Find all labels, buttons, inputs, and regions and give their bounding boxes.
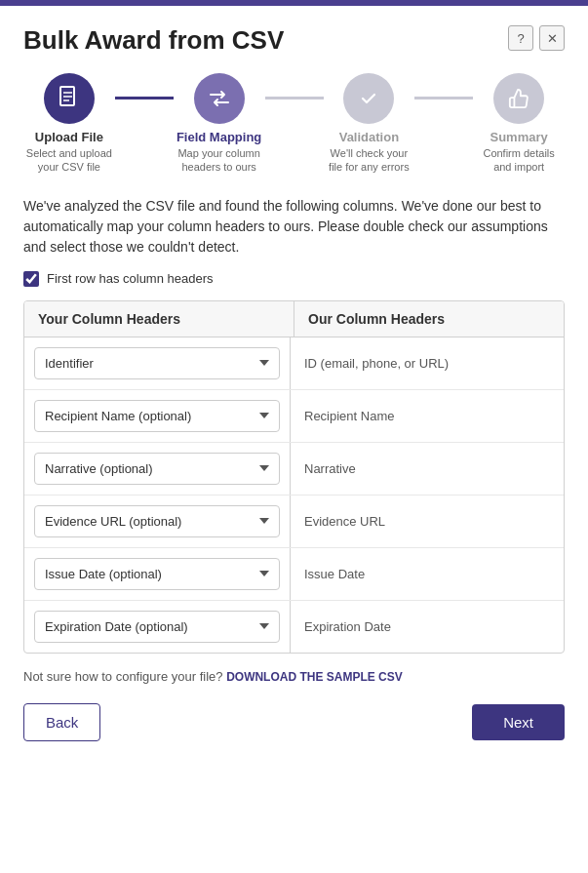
table-row: IdentifierID (email, phone, or URL) [24,337,564,390]
step-upload: Upload FileSelect and upload your CSV fi… [23,73,115,175]
table-row: Issue Date (optional)Issue Date [24,548,564,601]
footer: Back Next [23,703,565,741]
table-cell-left-2: Narrative (optional) [24,443,291,495]
description-text: We've analyzed the CSV file and found th… [23,196,565,258]
mapping-select-0[interactable]: Identifier [34,347,280,379]
table-header-0: Your Column Headers [24,301,294,337]
stepper: Upload FileSelect and upload your CSV fi… [23,73,565,175]
step-connector-0 [115,97,174,99]
mapping-select-2[interactable]: Narrative (optional) [34,453,280,485]
close-button[interactable]: ✕ [539,25,565,51]
header-icons: ? ✕ [508,25,565,51]
step-circle-upload [44,73,95,124]
step-label-summary: Summary [490,130,548,144]
table-header-1: Our Column Headers [294,301,564,337]
step-field-mapping: Field MappingMap your column headers to … [174,73,265,175]
step-desc-upload: Select and upload your CSV file [23,146,115,175]
step-summary: SummaryConfirm details and import [473,73,565,175]
table-cell-right-0: ID (email, phone, or URL) [291,346,564,380]
first-row-label: First row has column headers [47,271,214,286]
sample-csv-text: Not sure how to configure your file? [23,669,223,684]
table-cell-right-1: Recipient Name [291,399,564,433]
step-desc-validation: We'll check your file for any errors [324,146,415,175]
mapping-select-5[interactable]: Expiration Date (optional) [34,611,280,643]
table-row: Narrative (optional)Narrative [24,443,564,496]
step-circle-summary [493,73,544,124]
step-label-upload: Upload File [35,130,103,144]
modal-container: Bulk Award from CSV ? ✕ Upload FileSelec… [0,6,588,873]
table-cell-right-2: Narrative [291,452,564,486]
table-cell-left-3: Evidence URL (optional) [24,496,291,547]
first-row-checkbox[interactable] [23,271,39,287]
next-button[interactable]: Next [472,704,565,740]
mapping-table: Your Column HeadersOur Column HeadersIde… [23,300,565,654]
download-sample-csv-link[interactable]: DOWNLOAD THE SAMPLE CSV [226,670,403,684]
table-cell-left-4: Issue Date (optional) [24,548,291,600]
table-cell-right-3: Evidence URL [291,504,564,538]
step-circle-validation [343,73,394,124]
table-cell-left-5: Expiration Date (optional) [24,601,291,653]
step-validation: ValidationWe'll check your file for any … [324,73,415,175]
help-button[interactable]: ? [508,25,533,51]
table-cell-left-1: Recipient Name (optional) [24,390,291,442]
mapping-select-1[interactable]: Recipient Name (optional) [34,400,280,432]
modal-header: Bulk Award from CSV ? ✕ [23,25,565,56]
table-cell-left-0: Identifier [24,337,291,389]
back-button[interactable]: Back [23,703,100,741]
step-label-validation: Validation [339,130,399,144]
step-label-field-mapping: Field Mapping [176,130,261,144]
sample-csv-row: Not sure how to configure your file? DOW… [23,669,565,684]
mapping-select-3[interactable]: Evidence URL (optional) [34,505,280,537]
table-cell-right-5: Expiration Date [291,610,564,644]
step-connector-1 [265,97,324,99]
step-circle-field-mapping [194,73,245,124]
step-desc-summary: Confirm details and import [473,146,565,175]
table-header-row: Your Column HeadersOur Column Headers [24,301,564,337]
table-row: Recipient Name (optional)Recipient Name [24,390,564,443]
mapping-select-4[interactable]: Issue Date (optional) [34,558,280,590]
step-desc-field-mapping: Map your column headers to ours [174,146,265,175]
modal-title: Bulk Award from CSV [23,25,284,56]
first-row-checkbox-row: First row has column headers [23,271,565,287]
table-row: Evidence URL (optional)Evidence URL [24,496,564,548]
step-connector-2 [414,97,473,99]
table-row: Expiration Date (optional)Expiration Dat… [24,601,564,653]
table-cell-right-4: Issue Date [291,557,564,591]
